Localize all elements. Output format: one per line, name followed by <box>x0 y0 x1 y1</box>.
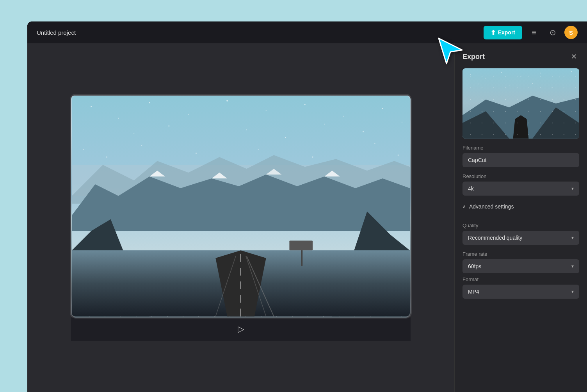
help-icon: ⊙ <box>550 28 556 37</box>
upload-icon: ⬆ <box>491 29 496 36</box>
scene-svg <box>72 95 410 316</box>
svg-rect-43 <box>462 68 579 138</box>
advanced-settings-label: Advanced settings <box>469 203 514 210</box>
svg-point-21 <box>226 100 228 102</box>
resolution-value: 4k <box>468 185 474 192</box>
resolution-label: Resolution <box>455 173 587 182</box>
svg-point-53 <box>559 77 560 77</box>
svg-point-56 <box>509 86 510 86</box>
svg-point-49 <box>486 78 486 78</box>
svg-point-26 <box>402 122 402 123</box>
svg-point-58 <box>551 87 552 88</box>
play-icon: ▷ <box>238 324 244 334</box>
svg-point-24 <box>343 116 344 117</box>
app-window: Untitled project ⬆ Export ≡ ⊙ S <box>27 21 587 392</box>
resolution-dropdown[interactable]: 4k ▾ <box>462 182 579 196</box>
framerate-chevron-icon: ▾ <box>571 264 574 269</box>
svg-point-32 <box>363 131 364 132</box>
svg-point-57 <box>532 83 533 84</box>
svg-point-35 <box>141 145 142 146</box>
close-button[interactable]: ✕ <box>568 51 579 62</box>
menu-button[interactable]: ≡ <box>527 25 541 39</box>
play-button[interactable]: ▷ <box>238 324 244 334</box>
svg-point-30 <box>285 137 286 138</box>
export-button[interactable]: ⬆ Export <box>484 26 522 39</box>
svg-point-51 <box>521 76 521 77</box>
svg-point-52 <box>540 73 541 73</box>
svg-point-37 <box>258 149 259 150</box>
svg-rect-42 <box>289 241 313 250</box>
quality-section: Quality Recommended quality ▾ <box>455 221 587 251</box>
top-bar: Untitled project ⬆ Export ≡ ⊙ S <box>27 21 587 43</box>
svg-point-34 <box>106 157 107 158</box>
filename-label: Filename <box>455 145 587 153</box>
svg-point-54 <box>571 71 572 72</box>
svg-point-38 <box>312 157 313 158</box>
playback-bar: ▷ <box>71 317 411 341</box>
framerate-value: 60fps <box>468 263 481 269</box>
svg-point-40 <box>398 155 399 156</box>
svg-point-20 <box>188 114 189 115</box>
svg-point-19 <box>149 102 150 103</box>
video-area: ▷ <box>27 43 454 392</box>
format-dropdown[interactable]: MP4 ▾ <box>462 285 579 299</box>
export-panel: Export ✕ <box>454 43 587 392</box>
thumb-svg <box>462 68 579 139</box>
project-title: Untitled project <box>37 29 76 36</box>
svg-marker-46 <box>532 107 579 139</box>
export-button-label: Export <box>498 29 515 36</box>
svg-point-25 <box>382 108 383 109</box>
svg-point-23 <box>304 104 306 105</box>
svg-point-18 <box>118 118 119 119</box>
svg-point-55 <box>478 84 478 84</box>
avatar-button[interactable]: S <box>564 26 578 39</box>
preview-thumbnail <box>462 68 579 139</box>
advanced-chevron-icon: ∧ <box>462 204 466 209</box>
format-chevron-icon: ▾ <box>571 289 574 294</box>
main-content: ▷ Export ✕ <box>27 43 587 392</box>
svg-marker-47 <box>513 115 529 139</box>
svg-point-39 <box>374 143 375 144</box>
menu-icon: ≡ <box>532 28 536 37</box>
quality-label: Quality <box>455 221 587 231</box>
svg-point-29 <box>246 130 247 130</box>
close-icon: ✕ <box>571 52 577 61</box>
divider <box>462 216 579 216</box>
svg-point-48 <box>470 74 471 75</box>
quality-chevron-icon: ▾ <box>571 235 574 241</box>
video-preview <box>71 95 411 317</box>
format-value: MP4 <box>468 289 479 295</box>
avatar-label: S <box>569 29 573 36</box>
filename-input[interactable] <box>462 153 579 167</box>
svg-marker-44 <box>462 96 579 139</box>
svg-point-28 <box>168 125 169 127</box>
svg-point-33 <box>83 149 84 150</box>
svg-point-36 <box>196 153 197 154</box>
svg-marker-45 <box>462 111 509 139</box>
export-panel-header: Export ✕ <box>455 43 587 68</box>
quality-dropdown[interactable]: Recommended quality ▾ <box>462 231 579 245</box>
quality-value: Recommended quality <box>468 235 522 241</box>
svg-point-27 <box>133 134 134 134</box>
export-panel-title: Export <box>462 53 485 61</box>
top-bar-right: ⬆ Export ≡ ⊙ S <box>484 25 578 39</box>
format-label: Format <box>455 276 587 285</box>
svg-point-17 <box>91 106 92 107</box>
resolution-chevron-icon: ▾ <box>571 186 574 191</box>
help-button[interactable]: ⊙ <box>546 25 560 39</box>
svg-point-50 <box>501 72 502 73</box>
svg-point-31 <box>324 124 325 125</box>
framerate-dropdown[interactable]: 60fps ▾ <box>462 259 579 273</box>
svg-point-22 <box>266 110 267 111</box>
advanced-settings-toggle[interactable]: ∧ Advanced settings <box>455 199 587 214</box>
framerate-label: Frame rate <box>455 251 587 259</box>
